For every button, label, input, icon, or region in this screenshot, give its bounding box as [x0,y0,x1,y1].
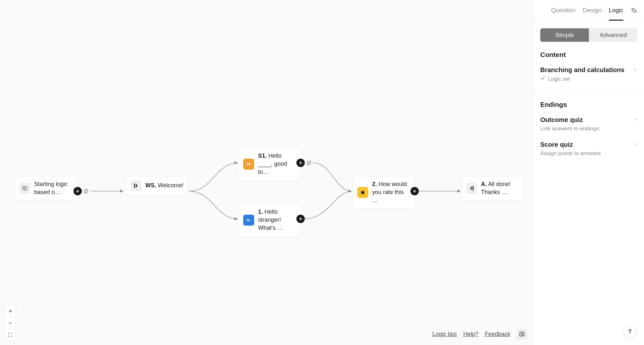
node-start-text: Starting logic based o… [34,180,72,196]
short-text-icon [243,215,254,226]
item-outcome-label: Outcome quiz [540,116,583,124]
svg-rect-13 [247,219,249,220]
logic-mode-toggle: Simple Advanced [540,28,638,42]
svg-marker-20 [470,186,472,191]
svg-rect-14 [247,220,250,221]
collapse-panel-button[interactable] [517,329,527,339]
node-a[interactable]: A. All done! Thanks … [461,176,524,200]
svg-marker-3 [235,217,238,220]
zoom-out-button[interactable] [5,317,16,329]
node-a-text: A. All done! Thanks … [481,180,519,196]
item-score-sub: Assign points to answers [540,150,638,157]
node-q2[interactable]: 2. How would you rate this … [352,176,415,209]
item-outcome-sub: Link answers to endings [540,126,638,132]
svg-marker-17 [360,190,365,194]
node-s1[interactable]: S1. Hello ____, good to… [238,148,301,181]
svg-marker-4 [349,190,352,193]
zoom-controls [5,305,16,340]
section-endings-title: Endings [534,92,644,113]
svg-rect-9 [134,183,135,188]
item-score-quiz[interactable]: Score quiz Assign points to answers [534,138,644,163]
tab-logic[interactable]: Logic [609,7,623,20]
item-branching-status: Logic set [548,76,570,82]
help-link[interactable]: Help? [463,331,478,338]
add-after-q1[interactable] [296,215,305,223]
svg-marker-1 [120,190,123,193]
chevron-right-icon [633,67,638,73]
svg-rect-21 [473,186,474,191]
gear-icon[interactable] [630,7,638,14]
check-icon [540,76,545,82]
segment-simple[interactable]: Simple [540,28,589,42]
node-s1-text: S1. Hello ____, good to… [258,152,296,176]
bottom-links: Logic tips Help? Feedback [432,329,527,339]
svg-marker-6 [457,190,461,193]
item-score-label: Score quiz [540,141,573,148]
add-after-s1[interactable] [296,159,305,167]
node-q1-text: 1. Hello stranger! What's … [258,208,296,232]
hidden-icon [19,183,30,194]
node-ws-text: WS. Welcome! [145,182,184,190]
feedback-link[interactable]: Feedback [485,331,510,338]
swap-after-start[interactable] [82,188,90,195]
node-start[interactable]: Starting logic based o… [14,176,77,200]
item-outcome-quiz[interactable]: Outcome quiz Link answers to endings [534,113,644,138]
rating-icon [357,187,368,198]
add-after-start[interactable] [73,187,82,195]
end-screen-icon [466,183,477,194]
help-fab[interactable]: ? [623,325,636,338]
divider [534,91,644,91]
fit-view-button[interactable] [5,329,16,340]
right-sidebar: Question Design Logic Simple Advanced Co… [533,0,644,345]
zoom-in-button[interactable] [5,305,16,317]
item-branching[interactable]: Branching and calculations Logic set [534,63,644,88]
section-content-title: Content [534,42,644,63]
svg-marker-10 [136,183,138,188]
statement-icon [243,159,254,170]
tabs-row: Question Design Logic [534,0,644,21]
node-ws[interactable]: WS. Welcome! [126,176,188,195]
logic-tips-link[interactable]: Logic tips [432,331,457,338]
svg-marker-2 [235,161,238,164]
tab-design[interactable]: Design [582,7,601,20]
segment-advanced[interactable]: Advanced [589,28,638,42]
chevron-right-icon [633,142,638,148]
logic-canvas[interactable]: Starting logic based o… WS. Welcome! S1.… [0,0,533,345]
chevron-right-icon [633,117,638,123]
tab-question[interactable]: Question [551,7,575,20]
node-q2-text: 2. How would you rate this … [372,180,410,205]
item-branching-label: Branching and calculations [540,66,624,74]
add-after-q2[interactable] [410,187,419,195]
node-q1[interactable]: 1. Hello stranger! What's … [238,204,301,237]
welcome-screen-icon [130,180,141,191]
swap-after-s1[interactable] [305,159,312,166]
